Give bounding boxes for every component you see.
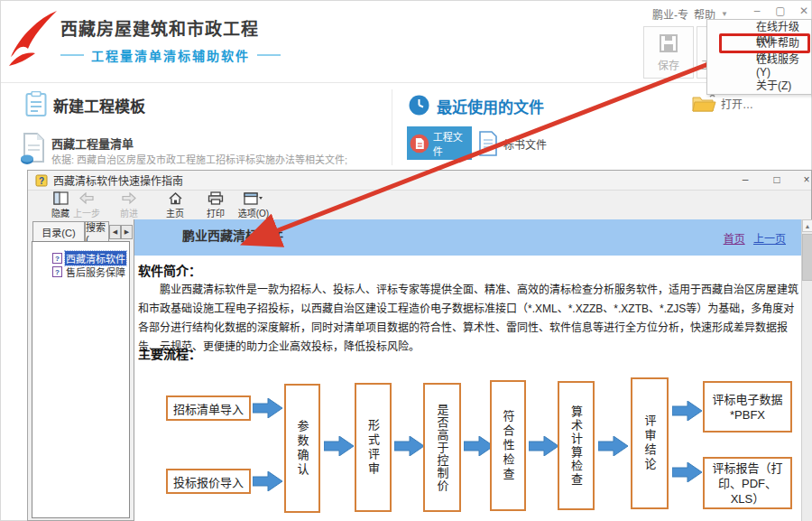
project-files-tab[interactable]: 工程文件: [407, 126, 472, 160]
template-item-desc: 依据: 西藏自治区房屋及市政工程施工招标评标实施办法等相关文件;: [51, 152, 347, 166]
bid-files-tab[interactable]: 标书文件: [478, 128, 556, 159]
new-template-title: 新建工程模板: [53, 94, 145, 116]
tab-scroll-left-icon[interactable]: ◀: [109, 225, 121, 239]
subtitle-dash-left: [60, 54, 84, 56]
back-arrow-icon: [78, 191, 95, 205]
flow-box-parameter-confirm: 参数确认: [284, 384, 320, 513]
home-button[interactable]: 主页: [155, 191, 195, 219]
flow-box-evaluation-data: 评标电子数据 *PBFX: [703, 381, 792, 433]
forward-button[interactable]: 前进: [109, 191, 149, 219]
annotation-highlight-box: [719, 33, 810, 53]
svg-text:?: ?: [55, 268, 60, 276]
print-button[interactable]: 打印: [196, 191, 235, 219]
flow-arrow-icon: [672, 401, 703, 421]
maximize-button[interactable]: ▢: [771, 5, 789, 17]
user-name: 鹏业-专: [652, 6, 688, 22]
link-home[interactable]: 首页: [724, 233, 745, 246]
tab-search[interactable]: 搜索(: [85, 221, 109, 241]
template-item[interactable]: 西藏工程量清单: [51, 135, 134, 152]
help-minimize-button[interactable]: –: [737, 173, 753, 186]
help-window: ? 西藏清标软件快速操作指南 – □ × 隐藏 上一步 前进: [27, 170, 812, 521]
flow-box-evaluation-report: 评标报告（打印、PDF、XLS）: [703, 457, 792, 509]
help-topic-icon: ?: [52, 266, 62, 277]
flow-arrow-icon: [253, 398, 283, 418]
app-title: 西藏房屋建筑和市政工程: [60, 15, 259, 40]
help-dropdown-menu: 在线升级(W) 软件帮助(X) 在线服务(Y) 关于(Z): [706, 19, 812, 95]
flow-arrow-icon: [598, 436, 629, 456]
topic-header-band: 鹏业西藏清标软件 首页 上一页: [134, 219, 802, 256]
clipboard-icon: [25, 91, 47, 117]
options-icon: [244, 191, 263, 205]
header-divider: [1, 82, 812, 83]
hide-panel-icon: [53, 191, 69, 205]
link-prev[interactable]: 上一页: [753, 233, 786, 246]
intro-paragraph: 鹏业西藏清标软件是一款为招标人、投标人、评标专家等提供全面、精准、高效的清标检查…: [138, 281, 798, 357]
app-subtitle: 工程量清单清标辅助软件: [60, 46, 281, 64]
flow-box-compliance-check: 符合性检查: [490, 380, 526, 511]
topic-title: 鹏业西藏清标软件: [182, 226, 283, 244]
subtitle-dash-right: [257, 54, 281, 56]
home-icon: [168, 191, 183, 205]
tab-scroll-right-icon[interactable]: ▶: [121, 225, 133, 239]
flow-arrow-icon: [394, 436, 425, 456]
help-window-title: 西藏清标软件快速操作指南: [53, 172, 183, 188]
flow-arrow-icon: [253, 471, 283, 491]
help-book-icon: ?: [35, 174, 48, 187]
intro-heading: 软件简介：: [138, 261, 201, 279]
back-button[interactable]: 上一步: [67, 191, 106, 219]
flow-heading: 主要流程：: [138, 344, 201, 362]
flow-box-bid-list-import: 招标清单导入: [166, 395, 251, 421]
help-close-button[interactable]: ×: [798, 173, 812, 186]
flow-box-formal-review: 形式评审: [355, 383, 392, 512]
content-scrollbar[interactable]: ▲: [801, 219, 812, 521]
svg-text:?: ?: [39, 176, 44, 186]
flow-box-above-control-price: 是否高于控制价: [423, 383, 461, 512]
tab-contents[interactable]: 目录(C): [32, 221, 85, 241]
floppy-disk-icon: [658, 33, 679, 54]
options-button[interactable]: 选项(O): [234, 191, 273, 219]
help-topic-icon: ?: [52, 253, 62, 264]
svg-text:?: ?: [55, 255, 60, 263]
flow-arrow-icon: [324, 436, 355, 456]
tree-item[interactable]: ? 售后服务保障: [52, 265, 129, 278]
help-maximize-button[interactable]: □: [769, 173, 785, 186]
template-document-icon: [19, 132, 48, 166]
minimize-button[interactable]: –: [748, 5, 766, 17]
scrollbar-thumb[interactable]: [802, 234, 812, 281]
project-file-icon: [410, 134, 429, 154]
clock-icon: [409, 95, 429, 116]
help-toolbar: 隐藏 上一步 前进 主页: [28, 191, 811, 220]
flow-box-arithmetic-check: 算术计算检查: [558, 381, 595, 510]
forward-arrow-icon: [121, 191, 137, 205]
recent-files-title: 最近使用的文件: [437, 95, 544, 117]
printer-icon: [208, 191, 224, 205]
chevron-down-icon: ▼: [721, 10, 728, 18]
help-window-titlebar[interactable]: ? 西藏清标软件快速操作指南: [28, 171, 811, 191]
flow-box-review-conclusion: 评审结论: [631, 377, 669, 509]
tree-item[interactable]: ? 西藏清标软件: [52, 252, 129, 265]
menu-item-online-service[interactable]: 在线服务(Y): [707, 56, 811, 72]
bid-file-icon: [478, 131, 498, 156]
close-button[interactable]: ✕: [795, 5, 812, 17]
flow-arrow-icon: [672, 462, 703, 482]
contents-tree: ? 西藏清标软件 ? 售后服务保障: [32, 241, 130, 518]
scroll-up-icon[interactable]: ▲: [802, 219, 812, 232]
open-folder-icon: [692, 94, 716, 113]
save-button[interactable]: 保存: [643, 26, 694, 79]
section-divider: [392, 89, 392, 165]
flow-arrow-icon: [529, 436, 559, 456]
app-logo-swoosh-icon: [8, 6, 59, 71]
flow-box-tender-price-import: 投标报价导入: [166, 469, 251, 494]
open-file-button[interactable]: 打开…: [692, 94, 753, 113]
menu-item-about[interactable]: 关于(Z): [707, 76, 811, 92]
